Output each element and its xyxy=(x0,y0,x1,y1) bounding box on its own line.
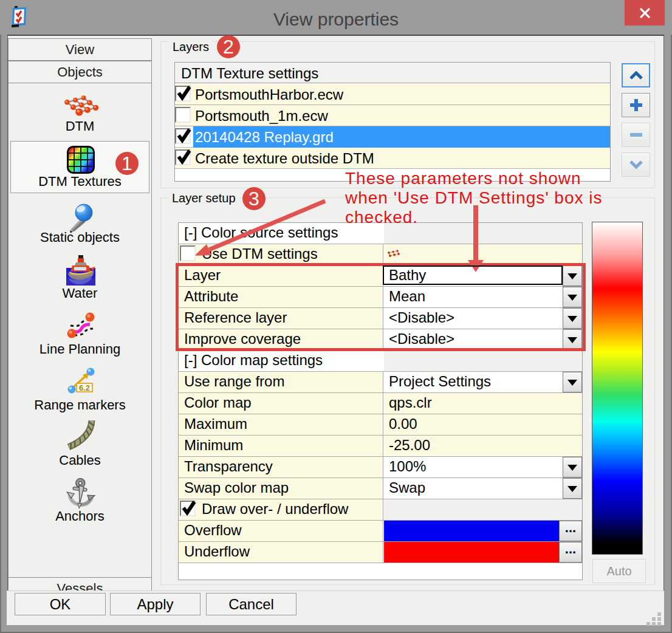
svg-text:6.2: 6.2 xyxy=(79,383,90,392)
